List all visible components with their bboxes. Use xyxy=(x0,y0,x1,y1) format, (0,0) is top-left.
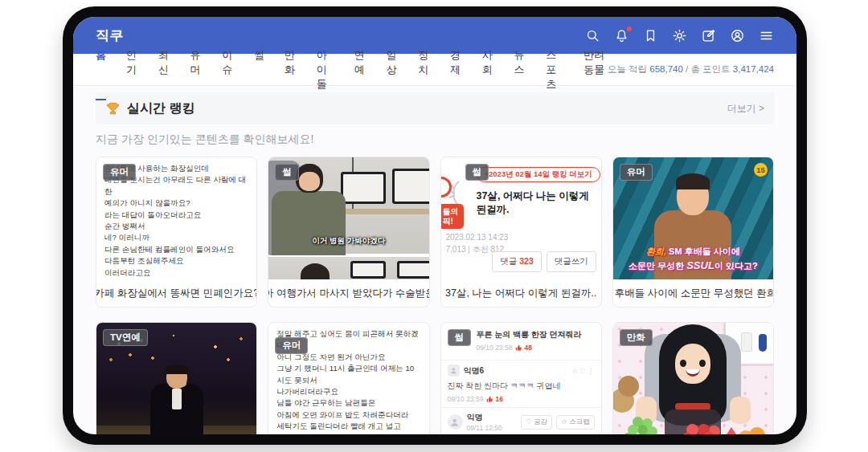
card4-thumbnail: 유머 15 환희, SM 후배들 사이에 소문만 무성한 SSUL이 있다고? xyxy=(613,157,773,279)
settings-icon[interactable] xyxy=(672,28,687,43)
person-shape xyxy=(665,409,721,434)
overlay-highlight: SSUL xyxy=(686,259,714,271)
card6-thumbnail: 유머 정말 해주고 싶어도 몸이 피곤해서 못하겠대요 아니 그정도 자면 된거… xyxy=(268,323,428,434)
card7-comment-2: 익명 09/11 12:50 ♡ 공감 ☆ 스크랩 안녕 새벽에 핫게간 유희왕… xyxy=(441,412,601,434)
comments-label: 댓글 xyxy=(500,256,517,266)
thumbs-up-icon xyxy=(486,396,493,403)
compose-icon[interactable] xyxy=(701,28,716,43)
ranking-card-7[interactable]: 썰 푸른 눈의 백룡 한장 던져줘라 09/10 23:58 48 xyxy=(440,322,602,434)
tab-humor[interactable]: 유머 xyxy=(190,39,202,100)
card2-caption: 동남아 여행가서 마사지 받았다가 수술받은사... xyxy=(268,279,428,307)
tab-economy[interactable]: 경제 xyxy=(450,39,462,100)
tab-issue[interactable]: 이슈 xyxy=(222,39,234,100)
age-rating-badge: 15 xyxy=(754,163,768,177)
tab-news[interactable]: 뉴스 xyxy=(514,39,526,100)
card7-post-title: 푸른 눈의 백룡 한장 던져줘라 xyxy=(477,329,595,340)
text-line: 그냥 기 했더니 11시 출근인데 어제는 10시도 못되서 xyxy=(276,363,420,386)
monitor-shape xyxy=(341,172,386,204)
divider xyxy=(441,407,601,408)
ranking-card-6[interactable]: 유머 정말 해주고 싶어도 몸이 피곤해서 못하겠대요 아니 그정도 자면 된거… xyxy=(268,322,429,434)
monitor-shape xyxy=(392,169,429,204)
person-icon xyxy=(449,417,460,427)
tab-daily[interactable]: 일상 xyxy=(387,39,399,100)
tab-idol[interactable]: 아이돌 xyxy=(317,39,334,100)
card3-caption: 37살, 나는 어쩌다 이렇게 된걸까.. xyxy=(441,279,601,307)
person-shape xyxy=(680,360,686,367)
timestamp: 09/11 12:50 xyxy=(467,424,502,432)
text-line: 남들 야간 근무하는 남편들은 xyxy=(276,397,420,409)
card-grid-row2: TV연예 유머 xyxy=(96,322,774,434)
ranking-card-1[interactable]: 유머 손님들이 사용하는 화장실인데 대변을 보시는건 아무래도 다른 사람에 … xyxy=(96,157,257,307)
text-line: 대체 집에 와서 넌 뭐하는데?하니 xyxy=(276,433,420,434)
comment-action-icons: ○ ♡ ⋮ xyxy=(572,367,595,375)
text-line: 다른 손님한테 컴플레인이 들어와서요 xyxy=(104,244,248,255)
text-line: 예의가 아니지 않을까요? xyxy=(104,197,248,209)
ranking-card-8[interactable]: 만화 xyxy=(612,322,774,434)
ranking-card-2[interactable]: 썰 이거 병원 가봐야겠다 xyxy=(268,157,429,307)
tab-politics[interactable]: 정치 xyxy=(418,39,430,100)
card2-category-badge: 썰 xyxy=(275,164,299,181)
menu-icon[interactable] xyxy=(759,28,774,43)
tab-sports[interactable]: 스포츠 xyxy=(546,39,563,100)
bookmark-icon[interactable] xyxy=(643,28,658,43)
card1-thumbnail: 유머 손님들이 사용하는 화장실인데 대변을 보시는건 아무래도 다른 사람에 … xyxy=(96,157,256,279)
ranking-card-4[interactable]: 유머 15 환희, SM 후배들 사이에 소문만 무성한 SSUL이 있다고? xyxy=(612,157,774,307)
tab-pets[interactable]: 반려동물 xyxy=(583,39,607,100)
tab-home[interactable]: 홈 xyxy=(96,39,106,100)
overlay-text: 이 있다고? xyxy=(714,261,758,271)
card7-post-meta: 09/10 23:58 48 xyxy=(477,344,595,352)
section-title: 실시간 랭킹 xyxy=(127,100,194,117)
points-total-value: 3,417,424 xyxy=(733,64,774,74)
tab-society[interactable]: 사회 xyxy=(482,39,494,100)
person-shape xyxy=(172,389,182,409)
search-icon[interactable] xyxy=(585,28,600,43)
notifications-icon[interactable] xyxy=(614,28,629,43)
overlay-text: 소문만 무성한 xyxy=(628,261,686,271)
tab-latest[interactable]: 최신 xyxy=(158,39,170,100)
scene-shape xyxy=(618,376,639,397)
card7-comment-1: 익명6 ○ ♡ ⋮ 진짜 착한 씬마다 ㅋㅋㅋ 귀엽네 09/10 23:59 … xyxy=(441,364,601,403)
card6-category-badge: 유머 xyxy=(275,337,308,354)
tab-ssul[interactable]: 썰 xyxy=(254,39,264,100)
person-shape xyxy=(636,397,657,424)
comments-count-button: 댓글 323 xyxy=(492,251,541,272)
write-comment-button: 댓글쓰기 xyxy=(547,251,596,272)
points-total-label: / 총 포인트 xyxy=(686,64,731,74)
notification-dot xyxy=(627,26,632,31)
ranking-card-3[interactable]: 썰 들의 픽! +2023년 02월 14일 랭킹 더보기 37살, 어쩌다 나… xyxy=(440,157,602,307)
comment-head: 익명 09/11 12:50 ♡ 공감 ☆ 스크랩 xyxy=(448,412,595,432)
app-screen: 직쿠 xyxy=(73,17,796,434)
more-link[interactable]: 더보기 > xyxy=(727,102,764,116)
tab-popular[interactable]: 인기 xyxy=(126,39,138,100)
comment-author: 익명 xyxy=(467,412,502,423)
ranking-card-5[interactable]: TV연예 xyxy=(96,322,257,434)
points-today-value: 658,740 xyxy=(649,64,683,74)
person-shape xyxy=(675,344,710,384)
timestamp: 09/10 23:58 xyxy=(477,344,513,352)
pick-ribbon: 들의 픽! xyxy=(441,204,464,229)
tab-entertainment[interactable]: 연예 xyxy=(354,39,366,100)
text-line xyxy=(104,279,248,279)
person-shape xyxy=(166,364,188,374)
text-line: 순간 벙쪄서 xyxy=(104,221,248,232)
avatar xyxy=(448,364,460,377)
points-today-label: 오늘 적립 xyxy=(608,64,647,74)
like-chip: ♡ 공감 xyxy=(521,415,552,430)
card8-category-badge: 만화 xyxy=(620,329,653,346)
trophy-icon xyxy=(105,101,121,116)
points-summary: 오늘 적립 658,740 / 총 포인트 3,417,424 xyxy=(608,63,774,75)
device-frame: 직쿠 xyxy=(63,6,807,445)
comment-buttons: ♡ 공감 ☆ 스크랩 xyxy=(521,415,594,430)
person-icon xyxy=(449,366,458,375)
like-value: 48 xyxy=(524,344,531,352)
like-count: 16 xyxy=(486,395,502,403)
comment-text: 진짜 착한 씬마다 ㅋㅋㅋ 귀엽네 xyxy=(448,381,595,392)
divider xyxy=(441,360,601,360)
card4-caption: SM 후배들 사이에 소문만 무성했던 환희 썰 xyxy=(613,279,773,307)
text-line: 다음부턴 조심해주세요 xyxy=(104,255,248,267)
comments-count: 323 xyxy=(519,256,534,266)
text-line: 이러더라고요 xyxy=(104,267,248,279)
tab-comics[interactable]: 만화 xyxy=(285,39,297,100)
like-value: 16 xyxy=(495,395,502,403)
profile-icon[interactable] xyxy=(730,28,745,43)
